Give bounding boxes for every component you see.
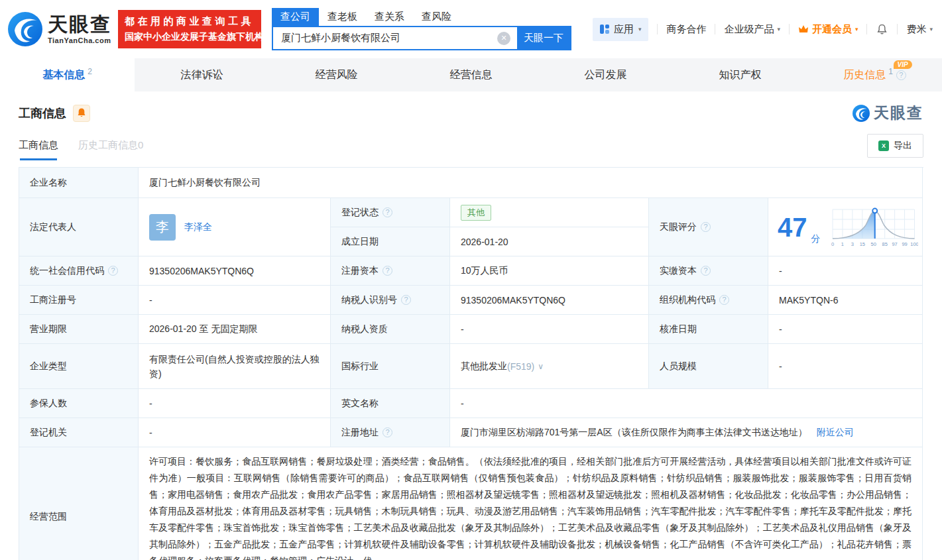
caret-down-icon: ▾ (929, 26, 933, 32)
search-tab-boss[interactable]: 查老板 (319, 8, 366, 26)
search-tab-risk[interactable]: 查风险 (413, 8, 460, 26)
enterprise-label: 企业级产品 (724, 23, 774, 36)
nearby-companies-link[interactable]: 附近公司 (817, 427, 854, 439)
score-distribution-chart: 0 1 3 15 50 85 97 99 100 (829, 205, 919, 249)
watermark-logo: 天眼查 (853, 103, 923, 123)
taxpayer-id-value: 91350206MAK5YTQN6Q (450, 286, 649, 315)
help-icon[interactable]: ? (383, 207, 392, 217)
top-bar: 天眼查 TianYanCha.com 都在用的商业查询工具 国家中小企业发展子基… (0, 0, 942, 58)
nav-user-menu[interactable]: 费米 ▾ (906, 23, 933, 36)
industry-value: 其他批发业 (F519) ∨ (450, 344, 649, 389)
legal-rep-label: 法定代表人 (19, 198, 139, 256)
tab-ip-label: 知识产权 (719, 68, 762, 82)
tab-history-info[interactable]: VIP 历史信息 1 ? (807, 58, 942, 91)
business-term-label: 营业期限 (19, 315, 139, 344)
bell-icon (77, 108, 86, 118)
industry-label: 国标行业 (331, 344, 450, 389)
svg-text:3: 3 (851, 241, 853, 247)
paid-capital-label: 实缴资本 ? (649, 256, 768, 286)
svg-text:50: 50 (870, 241, 876, 247)
main-content: 工商信息 天眼查 工商信息 历 (0, 103, 942, 560)
tianyancha-watermark-icon (853, 105, 870, 122)
tab-operating-label: 经营信息 (450, 68, 493, 82)
help-icon[interactable]: ? (719, 295, 729, 305)
staff-size-label: 人员规模 (649, 344, 768, 389)
clear-search-icon[interactable]: ✕ (497, 32, 510, 45)
section-header: 工商信息 天眼查 (19, 103, 923, 123)
crown-icon (798, 25, 809, 34)
tab-intellectual-property[interactable]: 知识产权 (673, 58, 807, 91)
nav-enterprise-products[interactable]: 企业级产品 ▾ (724, 23, 780, 36)
reg-status-label: 登记状态 ? (331, 198, 450, 227)
search-box: ✕ 天眼一下 (272, 26, 571, 50)
notifications-button[interactable] (876, 23, 888, 36)
nav-cooperation[interactable]: 商务合作 (666, 23, 706, 36)
caret-down-icon: ▾ (638, 26, 642, 32)
company-type-label: 企业类型 (19, 344, 139, 389)
apps-label: 应用 (614, 23, 634, 36)
approval-date-value: - (768, 315, 923, 344)
reg-number-value: - (139, 286, 331, 315)
legal-rep-value: 李 李泽全 (139, 198, 331, 256)
help-icon[interactable]: ? (383, 266, 392, 276)
tab-basic-count: 2 (88, 67, 92, 76)
help-icon[interactable]: ? (701, 222, 711, 232)
legal-rep-avatar[interactable]: 李 (149, 214, 176, 241)
caret-down-icon: ▾ (777, 26, 780, 32)
chevron-down-icon[interactable]: ∨ (538, 362, 544, 371)
nav-divider (715, 24, 715, 34)
username-label: 费米 (906, 23, 926, 36)
company-name-value: 厦门七鲜小厨餐饮有限公司 (139, 168, 923, 198)
help-icon[interactable]: ? (701, 266, 711, 276)
help-icon[interactable]: ? (401, 295, 411, 305)
nav-open-vip[interactable]: 开通会员 ▾ (798, 23, 858, 36)
excel-icon: X (878, 140, 889, 151)
monitor-bell-button[interactable] (73, 105, 90, 122)
tab-basic-info[interactable]: 基本信息 2 (0, 58, 135, 91)
company-type-value: 有限责任公司(自然人投资或控股的法人独资) (139, 344, 331, 389)
tab-risk-label: 经营风险 (316, 68, 358, 82)
tab-operating-info[interactable]: 经营信息 (404, 58, 538, 91)
reg-authority-label: 登记机关 (19, 418, 139, 447)
search-button[interactable]: 天眼一下 (517, 27, 570, 49)
help-icon[interactable]: ? (896, 70, 906, 80)
legal-rep-link[interactable]: 李泽全 (184, 221, 212, 233)
tab-company-development[interactable]: 公司发展 (538, 58, 673, 91)
tianyancha-logo[interactable]: 天眼查 TianYanCha.com (8, 12, 111, 46)
business-scope-label: 经营范围 (19, 447, 139, 560)
apps-menu[interactable]: 应用 ▾ (593, 18, 649, 41)
slogan-line-1: 都在用的商业查询工具 (125, 15, 255, 28)
reg-address-label: 注册地址 ? (331, 418, 450, 447)
credit-code-value: 91350206MAK5YTQN6Q (139, 256, 331, 286)
reg-number-label: 工商注册号 (19, 286, 139, 315)
tab-legal-proceedings[interactable]: 法律诉讼 (135, 58, 269, 91)
tab-operating-risk[interactable]: 经营风险 (269, 58, 404, 91)
slogan-banner: 都在用的商业查询工具 国家中小企业发展子基金旗下机构 (118, 10, 261, 48)
apps-grid-icon (600, 25, 609, 34)
svg-text:97: 97 (892, 241, 897, 247)
slogan-line-2: 国家中小企业发展子基金旗下机构 (125, 31, 255, 43)
paid-capital-value: - (768, 256, 923, 286)
establish-date-label: 成立日期 (331, 227, 450, 256)
vip-badge: VIP (894, 60, 912, 69)
insured-count-label: 参保人数 (19, 389, 139, 418)
search-tabs: 查公司 查老板 查关系 查风险 (272, 8, 571, 26)
tianyancha-logo-icon (8, 12, 42, 46)
caret-down-icon: ▾ (855, 26, 858, 32)
svg-text:85: 85 (882, 241, 887, 247)
export-button[interactable]: X 导出 (867, 134, 923, 158)
subtab-history-business-info[interactable]: 历史工商信息0 (78, 139, 143, 160)
org-code-label: 组织机构代码 ? (649, 286, 768, 315)
help-icon[interactable]: ? (108, 266, 118, 276)
company-name-label: 企业名称 (19, 168, 139, 198)
search-input[interactable] (273, 27, 497, 49)
subtab-business-info[interactable]: 工商信息 (19, 139, 58, 160)
svg-text:99: 99 (902, 241, 907, 247)
search-tab-relation[interactable]: 查关系 (366, 8, 413, 26)
search-tab-company[interactable]: 查公司 (272, 8, 319, 26)
nav-divider (866, 24, 867, 34)
help-icon[interactable]: ? (383, 427, 392, 437)
establish-date-value: 2026-01-20 (450, 227, 649, 256)
export-label: 导出 (894, 140, 912, 152)
industry-code: (F519) (507, 361, 534, 372)
